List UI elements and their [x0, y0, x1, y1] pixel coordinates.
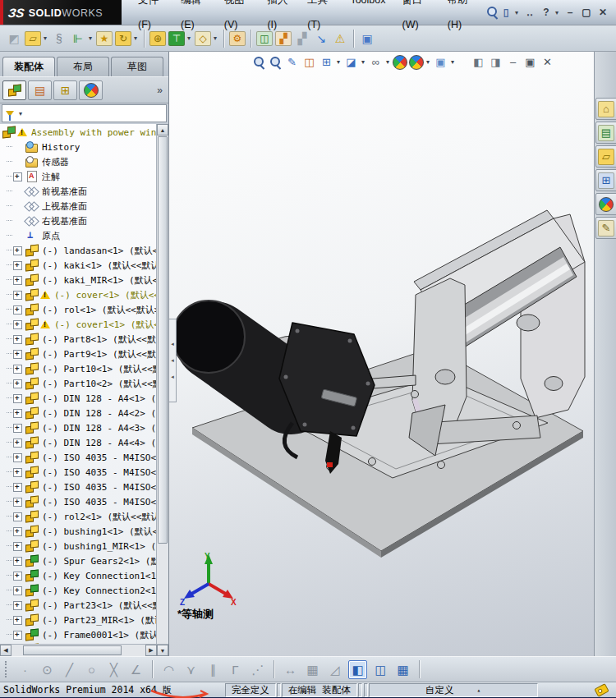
doc-minimize-icon[interactable] — [505, 54, 521, 70]
configurationmanager-tab-icon[interactable] — [57, 82, 74, 99]
exploded-view-icon[interactable] — [275, 31, 292, 46]
reference-geometry-icon[interactable] — [195, 31, 211, 46]
ellipse-icon[interactable] — [83, 661, 100, 678]
motion-study-icon[interactable] — [229, 31, 246, 46]
smart-component-icon[interactable] — [96, 31, 113, 46]
apply-scene-icon[interactable]: ▾ — [409, 55, 431, 70]
doc-restore-icon[interactable] — [522, 54, 538, 70]
tree-item[interactable]: (-) bushing1<1> (默认<< — [0, 524, 157, 539]
expand-toggle[interactable] — [13, 276, 22, 285]
restore-icon[interactable]: ▢ — [580, 7, 593, 18]
pane-left-icon[interactable] — [471, 54, 486, 70]
filter-dropdown-icon[interactable]: ▾ — [17, 110, 24, 117]
pane-right-icon[interactable] — [488, 54, 503, 70]
dropdown-icon[interactable]: ▾ — [87, 34, 94, 42]
circle-icon[interactable] — [39, 661, 56, 678]
view-orientation-icon[interactable]: ▾ — [319, 54, 342, 70]
new-document-icon[interactable]: ▯▾ — [499, 7, 520, 18]
sketch-angle-icon[interactable] — [127, 661, 145, 678]
zoom-fit-icon[interactable] — [251, 55, 266, 70]
parallel-icon[interactable] — [205, 661, 222, 678]
appearance-image-icon[interactable] — [359, 30, 375, 47]
cad-model[interactable] — [169, 52, 594, 632]
expand-toggle[interactable] — [13, 424, 22, 433]
dots[interactable]: ‥ — [523, 7, 536, 18]
instant3d-icon[interactable] — [313, 30, 329, 47]
expand-toggle[interactable] — [13, 483, 22, 492]
hide-show-icon[interactable] — [368, 54, 384, 70]
insert-components-icon[interactable] — [6, 30, 22, 47]
pane-left-icon[interactable] — [471, 54, 486, 70]
restore-icon[interactable]: ▢ — [580, 7, 593, 18]
section-view-icon[interactable] — [301, 54, 317, 70]
arc-icon[interactable] — [160, 661, 177, 678]
menu-item[interactable]: 帮助(H) — [439, 0, 483, 37]
home-icon[interactable] — [598, 101, 614, 117]
featuremanager-tab-icon[interactable] — [2, 80, 26, 100]
tree-item[interactable]: (-) Part10<2> (默认<<默 — [0, 376, 157, 391]
mirror-icon[interactable] — [182, 661, 200, 678]
move-component-icon[interactable] — [149, 31, 166, 46]
section-view-icon[interactable] — [301, 54, 317, 70]
dropdown-icon[interactable]: ▾ — [449, 58, 456, 66]
minimize-icon[interactable]: – — [563, 7, 577, 18]
tab-草图[interactable]: 草图 — [111, 57, 163, 76]
point-icon[interactable] — [16, 661, 34, 678]
search-icon[interactable] — [485, 5, 499, 20]
tree-item[interactable]: (-) DIN 128 - A4<3> (默 — [0, 420, 157, 435]
line-icon[interactable] — [61, 661, 78, 678]
tag-icon[interactable] — [594, 683, 609, 697]
rotate-component-icon[interactable] — [115, 31, 131, 46]
corner-rectangle-icon[interactable] — [227, 661, 244, 678]
section-display-icon[interactable] — [372, 661, 389, 678]
tree-item[interactable]: (-) JIS B 1189 - M6 x 1 — [0, 642, 157, 644]
pane-right-icon[interactable] — [488, 54, 503, 70]
dropdown-icon[interactable]: ▾ — [513, 9, 520, 16]
tree-item[interactable]: (-) landasan<1> (默认<< — [0, 243, 157, 258]
propertymanager-tab-icon[interactable] — [32, 82, 48, 99]
previous-view-icon[interactable] — [284, 54, 300, 70]
spline-points-icon[interactable] — [249, 661, 266, 678]
attachment-icon[interactable] — [51, 30, 67, 47]
angle-snap-icon[interactable] — [326, 661, 343, 678]
expand-toggle[interactable] — [13, 586, 22, 595]
tree-item[interactable]: 传感器 — [0, 154, 157, 169]
shaded-view-icon[interactable] — [348, 660, 367, 679]
move-component-icon[interactable] — [149, 31, 166, 46]
displaymanager-tab-icon[interactable] — [84, 83, 99, 98]
tree-item[interactable]: (-) bushing1_MIR<1> (默 — [0, 539, 157, 553]
scroll-left-button[interactable]: ◀ — [0, 645, 11, 656]
show-hidden-components-icon[interactable] — [256, 31, 273, 46]
view-palette-icon[interactable] — [598, 172, 614, 189]
expand-toggle[interactable] — [13, 498, 22, 507]
tree-item[interactable]: (-) Key Connection2<1> — [0, 583, 157, 598]
grid-icon[interactable] — [304, 661, 321, 678]
configurationmanager-tab-icon[interactable] — [57, 82, 74, 99]
tree-item[interactable]: (-) ISO 4035 - M4ISO<4> — [0, 494, 157, 509]
tree-item[interactable]: (-) Part23_MIR<1> (默认 — [0, 613, 157, 627]
scroll-thumb[interactable] — [158, 136, 168, 544]
explode-line-sketch-icon[interactable] — [294, 30, 310, 47]
dropdown-icon[interactable]: ▾ — [212, 34, 218, 42]
view-orientation-icon[interactable] — [319, 54, 334, 70]
file-explorer-icon[interactable] — [598, 149, 614, 165]
appearances-icon[interactable] — [599, 197, 614, 212]
displaymanager-tab-icon[interactable] — [84, 83, 99, 98]
smart-dimension-icon[interactable] — [282, 661, 299, 678]
tab-布局[interactable]: 布局 — [57, 57, 109, 76]
angle-snap-icon[interactable] — [326, 661, 343, 678]
dropdown-icon[interactable]: ▾ — [554, 9, 560, 16]
doc-close-icon[interactable] — [540, 54, 555, 70]
design-library-icon[interactable] — [598, 125, 614, 141]
expand-toggle[interactable] — [13, 320, 22, 329]
smart-dimension-icon[interactable] — [282, 661, 299, 678]
help-icon[interactable]: ?▾ — [540, 7, 560, 18]
dropdown-icon[interactable]: ▾ — [186, 34, 192, 42]
tree-item[interactable]: (-) ISO 4035 - M4ISO<1> — [0, 450, 157, 465]
tree-item[interactable]: 前视基准面 — [0, 184, 157, 199]
propertymanager-tab-icon[interactable] — [32, 82, 48, 99]
expand-toggle[interactable] — [13, 542, 22, 551]
attachment-icon[interactable] — [51, 30, 67, 47]
tree-horizontal-scrollbar[interactable]: ◀ ▶ ▼ — [0, 644, 168, 656]
configurationmanager-tab-icon[interactable] — [53, 80, 77, 100]
